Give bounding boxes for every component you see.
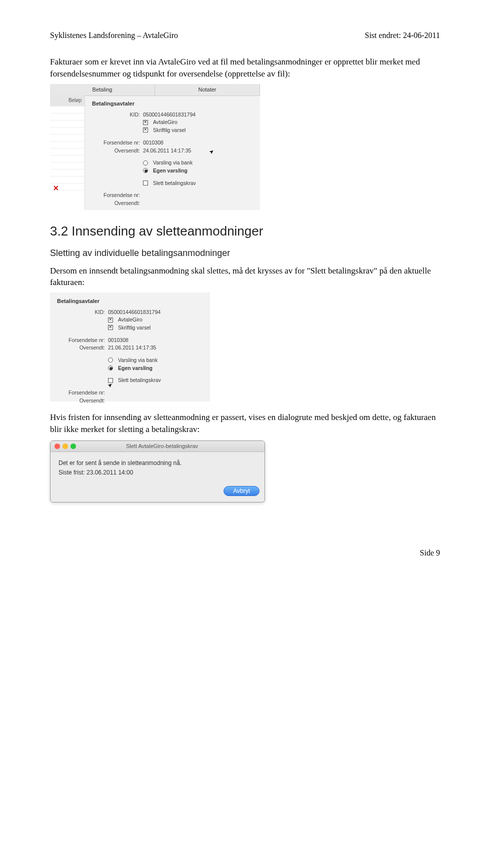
forsendelse-nr-label: Forsendelse nr: xyxy=(92,139,140,146)
section-title: Betalingsavtaler xyxy=(92,100,253,108)
slett-betalingskrav-checkbox[interactable] xyxy=(143,180,148,186)
dialog-message-line1: Det er for sent å sende in sletteanmodni… xyxy=(58,459,256,468)
skriftlig-varsel-label: Skriftlig varsel xyxy=(153,126,186,134)
slett-betalingskrav-checkbox-2[interactable] xyxy=(108,378,113,383)
page-footer: Side 9 xyxy=(50,548,440,558)
forsendelse-nr-value: 0010308 xyxy=(143,139,164,146)
dialog-titlebar: Slett AvtaleGiro-betalingskrav xyxy=(50,441,264,452)
amount-column-header: Beløp xyxy=(50,95,84,106)
kid-label: KID: xyxy=(92,111,140,118)
tab-notater[interactable]: Notater xyxy=(155,84,260,96)
cursor-icon xyxy=(210,148,214,154)
kid-value-2: 050001446601831794 xyxy=(108,308,160,316)
page-header: Syklistenes Landsforening – AvtaleGiro S… xyxy=(50,30,440,41)
avtalegiro-label: AvtaleGiro xyxy=(153,118,178,126)
egen-varsling-radio[interactable] xyxy=(143,168,148,173)
kid-label-2: KID: xyxy=(57,308,105,316)
window-close-icon[interactable] xyxy=(54,444,60,449)
avtalegiro-checkbox-2[interactable] xyxy=(108,318,113,322)
forsendelse2-label: Forsendelse nr: xyxy=(92,192,140,199)
subheading-sletting: Sletting av individuelle betalingsanmodn… xyxy=(50,247,440,260)
varsling-via-bank-radio[interactable] xyxy=(143,160,148,166)
oversendt2-label-2: Oversendt: xyxy=(57,397,105,404)
screenshot-panel-betalingsavtaler-1: Betaling Notater Beløp ✕ Betalingsavtale… xyxy=(50,84,260,210)
window-minimize-icon[interactable] xyxy=(62,444,68,449)
dialog-body: Det er for sent å sende in sletteanmodni… xyxy=(50,452,264,484)
slett-betalingskrav-label: Slett betalingskrav xyxy=(153,180,196,187)
skriftlig-varsel-label-2: Skriftlig varsel xyxy=(118,324,150,332)
avtalegiro-label-2: AvtaleGiro xyxy=(118,316,142,324)
heading-3-2: 3.2 Innsending av sletteanmodninger xyxy=(50,222,440,240)
avbryt-button[interactable]: Avbryt xyxy=(224,486,260,496)
oversendt-label-2: Oversendt: xyxy=(57,344,105,352)
slett-betalingskrav-label-2: Slett betalingskrav xyxy=(118,376,161,384)
egen-varsling-radio-2[interactable] xyxy=(108,366,113,370)
window-zoom-icon[interactable] xyxy=(70,444,76,449)
paragraph-3: Hvis fristen for innsending av sletteanm… xyxy=(50,412,440,436)
skriftlig-varsel-checkbox-2[interactable] xyxy=(108,325,113,330)
oversendt-label: Oversendt: xyxy=(92,147,140,154)
forsendelse-nr-label-2: Forsendelse nr: xyxy=(57,336,105,344)
skriftlig-varsel-checkbox[interactable] xyxy=(143,128,148,132)
tab-betaling[interactable]: Betaling xyxy=(50,84,155,96)
screenshot-panel-betalingsavtaler-2: Betalingsavtaler KID: 050001446601831794… xyxy=(50,292,210,402)
egen-varsling-label: Egen varsling xyxy=(153,167,188,174)
kid-value: 050001446601831794 xyxy=(143,111,196,118)
header-left: Syklistenes Landsforening – AvtaleGiro xyxy=(50,30,178,41)
dialog-slett-avtalegiro: Slett AvtaleGiro-betalingskrav Det er fo… xyxy=(50,440,265,502)
varsling-via-bank-label: Varsling via bank xyxy=(153,159,192,166)
paragraph-1: Fakturaer som er krevet inn via AvtaleGi… xyxy=(50,56,440,80)
amount-column: Beløp ✕ xyxy=(50,95,85,210)
oversendt2-label: Oversendt: xyxy=(92,200,140,207)
forsendelse2-label-2: Forsendelse nr: xyxy=(57,389,105,396)
varsling-via-bank-label-2: Varsling via bank xyxy=(118,356,158,364)
close-icon[interactable]: ✕ xyxy=(50,184,84,190)
varsling-via-bank-radio-2[interactable] xyxy=(108,358,113,362)
forsendelse-nr-value-2: 0010308 xyxy=(108,336,128,344)
dialog-title: Slett AvtaleGiro-betalingskrav xyxy=(78,442,260,450)
section-title-2: Betalingsavtaler xyxy=(57,298,203,305)
egen-varsling-label-2: Egen varsling xyxy=(118,364,152,372)
paragraph-2: Dersom en innsendt betalingsanmodning sk… xyxy=(50,265,440,289)
avtalegiro-checkbox[interactable] xyxy=(143,120,148,125)
header-right: Sist endret: 24-06-2011 xyxy=(365,30,440,41)
oversendt-value-2: 21.06.2011 14:17:35 xyxy=(108,344,156,352)
dialog-message-line2: Siste frist: 23.06.2011 14:00 xyxy=(58,468,256,477)
oversendt-value: 24.06.2011 14:17:35 xyxy=(143,147,191,154)
